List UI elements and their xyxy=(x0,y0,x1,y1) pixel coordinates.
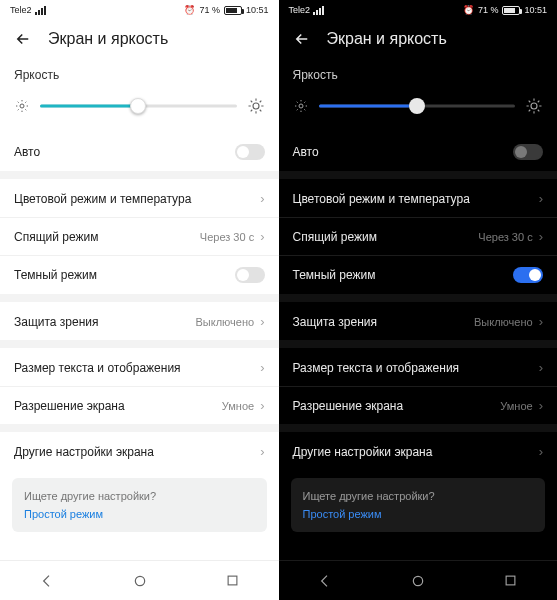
row-auto[interactable]: Авто xyxy=(279,132,558,171)
row-eye-value: Выключено xyxy=(196,316,255,328)
toggle-auto[interactable] xyxy=(513,144,543,160)
phone-dark: Tele2 ⏰ 71 % 10:51 Экран и яркость Яркос… xyxy=(279,0,558,600)
brightness-slider[interactable] xyxy=(319,96,516,116)
nav-recent-button[interactable] xyxy=(225,573,240,588)
nav-home-button[interactable] xyxy=(410,573,426,589)
chevron-right-icon: › xyxy=(260,191,264,206)
battery-percent: 71 % xyxy=(478,5,499,15)
back-button[interactable] xyxy=(293,30,311,48)
row-sleep-value: Через 30 с xyxy=(200,231,254,243)
chevron-right-icon: › xyxy=(539,229,543,244)
row-auto[interactable]: Авто xyxy=(0,132,279,171)
row-resolution-value: Умное xyxy=(222,400,254,412)
row-color-label: Цветовой режим и температура xyxy=(14,192,260,206)
status-bar: Tele2 ⏰ 71 % 10:51 xyxy=(279,0,558,20)
toggle-dark-mode[interactable] xyxy=(235,267,265,283)
row-sleep[interactable]: Спящий режим Через 30 с › xyxy=(279,217,558,255)
row-sleep-label: Спящий режим xyxy=(14,230,200,244)
page-header: Экран и яркость xyxy=(0,20,279,62)
chevron-right-icon: › xyxy=(260,398,264,413)
sun-high-icon xyxy=(525,97,543,115)
divider xyxy=(0,171,279,179)
page-title: Экран и яркость xyxy=(327,30,447,48)
sun-low-icon xyxy=(14,98,30,114)
nav-bar xyxy=(0,560,279,600)
toggle-auto[interactable] xyxy=(235,144,265,160)
row-auto-label: Авто xyxy=(293,145,514,159)
chevron-right-icon: › xyxy=(260,444,264,459)
status-time: 10:51 xyxy=(524,5,547,15)
back-button[interactable] xyxy=(14,30,32,48)
signal-icon xyxy=(313,6,324,15)
suggestion-card: Ищете другие настройки? Простой режим xyxy=(291,478,546,532)
chevron-right-icon: › xyxy=(260,229,264,244)
row-text-size[interactable]: Размер текста и отображения › xyxy=(0,348,279,386)
nav-recent-button[interactable] xyxy=(503,573,518,588)
suggestion-link[interactable]: Простой режим xyxy=(24,508,255,520)
row-eye-label: Защита зрения xyxy=(293,315,475,329)
row-resolution[interactable]: Разрешение экрана Умное › xyxy=(279,386,558,424)
row-other-settings[interactable]: Другие настройки экрана › xyxy=(279,432,558,470)
divider xyxy=(0,294,279,302)
row-other-label: Другие настройки экрана xyxy=(293,445,539,459)
svg-rect-3 xyxy=(228,576,237,585)
brightness-slider-row xyxy=(279,88,558,132)
row-eye-label: Защита зрения xyxy=(14,315,196,329)
row-sleep-value: Через 30 с xyxy=(478,231,532,243)
status-time: 10:51 xyxy=(246,5,269,15)
row-other-label: Другие настройки экрана xyxy=(14,445,260,459)
suggestion-link[interactable]: Простой режим xyxy=(303,508,534,520)
chevron-right-icon: › xyxy=(539,360,543,375)
divider xyxy=(0,424,279,432)
brightness-slider[interactable] xyxy=(40,96,237,116)
row-color-label: Цветовой режим и температура xyxy=(293,192,539,206)
signal-icon xyxy=(35,6,46,15)
battery-icon xyxy=(224,6,242,15)
svg-point-0 xyxy=(20,104,24,108)
page-title: Экран и яркость xyxy=(48,30,168,48)
battery-percent: 71 % xyxy=(199,5,220,15)
divider xyxy=(279,294,558,302)
row-text-size[interactable]: Размер текста и отображения › xyxy=(279,348,558,386)
chevron-right-icon: › xyxy=(539,314,543,329)
row-textsize-label: Размер текста и отображения xyxy=(14,361,260,375)
svg-point-2 xyxy=(135,576,144,585)
row-sleep[interactable]: Спящий режим Через 30 с › xyxy=(0,217,279,255)
divider xyxy=(279,171,558,179)
nav-back-button[interactable] xyxy=(317,573,333,589)
row-sleep-label: Спящий режим xyxy=(293,230,479,244)
chevron-right-icon: › xyxy=(539,444,543,459)
row-dark-mode[interactable]: Темный режим xyxy=(279,255,558,294)
row-dark-mode[interactable]: Темный режим xyxy=(0,255,279,294)
row-resolution[interactable]: Разрешение экрана Умное › xyxy=(0,386,279,424)
svg-point-5 xyxy=(531,103,537,109)
svg-rect-7 xyxy=(507,576,516,585)
svg-point-4 xyxy=(299,104,303,108)
sun-high-icon xyxy=(247,97,265,115)
svg-point-6 xyxy=(414,576,423,585)
row-eye-protection[interactable]: Защита зрения Выключено › xyxy=(279,302,558,340)
chevron-right-icon: › xyxy=(260,314,264,329)
nav-bar xyxy=(279,560,558,600)
chevron-right-icon: › xyxy=(260,360,264,375)
brightness-slider-row xyxy=(0,88,279,132)
nav-back-button[interactable] xyxy=(39,573,55,589)
row-color-mode[interactable]: Цветовой режим и температура › xyxy=(0,179,279,217)
carrier-name: Tele2 xyxy=(10,5,32,15)
toggle-dark-mode[interactable] xyxy=(513,267,543,283)
status-bar: Tele2 ⏰ 71 % 10:51 xyxy=(0,0,279,20)
row-dark-label: Темный режим xyxy=(293,268,514,282)
nav-home-button[interactable] xyxy=(132,573,148,589)
suggestion-question: Ищете другие настройки? xyxy=(303,490,534,502)
svg-point-1 xyxy=(253,103,259,109)
carrier-name: Tele2 xyxy=(289,5,311,15)
row-other-settings[interactable]: Другие настройки экрана › xyxy=(0,432,279,470)
row-eye-protection[interactable]: Защита зрения Выключено › xyxy=(0,302,279,340)
row-eye-value: Выключено xyxy=(474,316,533,328)
row-auto-label: Авто xyxy=(14,145,235,159)
row-color-mode[interactable]: Цветовой режим и температура › xyxy=(279,179,558,217)
chevron-right-icon: › xyxy=(539,191,543,206)
row-resolution-value: Умное xyxy=(500,400,532,412)
row-dark-label: Темный режим xyxy=(14,268,235,282)
chevron-right-icon: › xyxy=(539,398,543,413)
